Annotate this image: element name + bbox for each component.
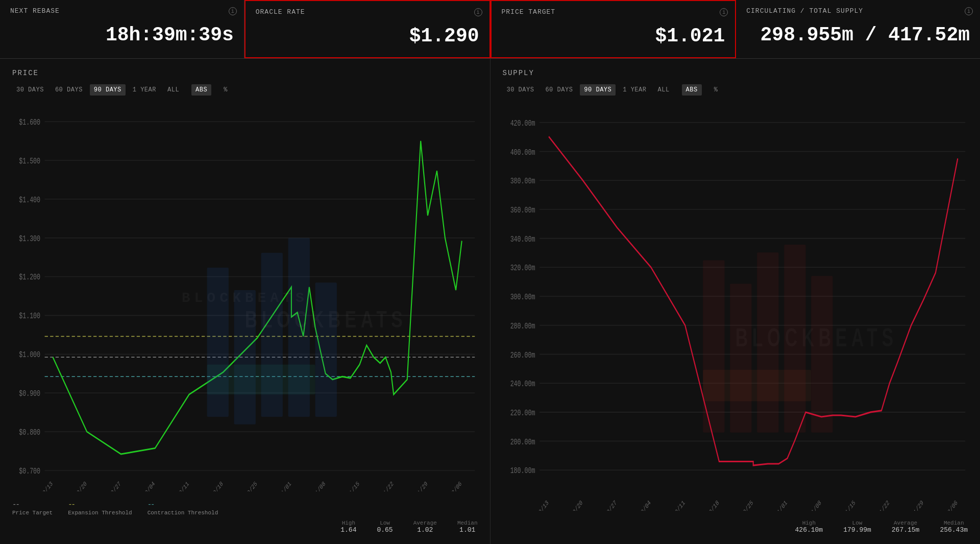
oracle-rate-card: ORACLE RATE $1.290 i — [244, 0, 491, 58]
next-rebase-value: 18h:39m:39s — [10, 19, 234, 46]
svg-text:$1.400: $1.400 — [19, 195, 40, 204]
oracle-rate-title: ORACLE RATE — [256, 8, 479, 16]
svg-text:2020/10/11: 2020/10/11 — [165, 480, 190, 491]
price-btn-60days[interactable]: 60 DAYS — [51, 84, 87, 96]
price-target-legend-label: Price Target — [12, 510, 53, 516]
svg-text:2020/09/27: 2020/09/27 — [97, 480, 122, 491]
price-stat-low-label: Low — [380, 520, 390, 526]
svg-text:2020/09/20: 2020/09/20 — [559, 499, 583, 511]
svg-text:2020/09/13: 2020/09/13 — [525, 499, 549, 511]
svg-text:320.00m: 320.00m — [510, 264, 535, 273]
svg-text:2020/11/22: 2020/11/22 — [866, 499, 890, 511]
svg-text:$1.600: $1.600 — [19, 117, 40, 127]
svg-rect-83 — [730, 284, 751, 433]
top-bar: NEXT REBASE 18h:39m:39s i ORACLE RATE $1… — [0, 0, 980, 59]
svg-text:$0.700: $0.700 — [19, 466, 40, 476]
supply-btn-all[interactable]: ALL — [653, 84, 673, 96]
supply-stat-average: Average 267.15m — [892, 520, 920, 534]
price-btn-pct[interactable]: % — [219, 84, 232, 96]
supply-stat-low: Low 179.99m — [843, 520, 871, 534]
oracle-rate-value: $1.290 — [256, 20, 479, 47]
price-btn-90days[interactable]: 90 DAYS — [90, 84, 126, 96]
price-stat-high-value: 1.64 — [340, 526, 356, 534]
svg-rect-82 — [703, 261, 724, 433]
svg-text:2020/11/08: 2020/11/08 — [302, 480, 326, 491]
supply-card: CIRCULATING / TOTAL SUPPLY 298.955m / 41… — [736, 0, 980, 58]
svg-text:2020/09/20: 2020/09/20 — [63, 480, 88, 491]
svg-text:BLOCKBEATS: BLOCKBEATS — [245, 306, 407, 333]
svg-text:300.00m: 300.00m — [510, 292, 535, 302]
svg-text:$1.500: $1.500 — [19, 156, 40, 165]
svg-text:220.00m: 220.00m — [510, 408, 535, 418]
svg-rect-40 — [315, 282, 337, 417]
svg-text:2020/11/01: 2020/11/01 — [764, 499, 788, 511]
price-chart-svg: $1.600 $1.500 $1.400 $1.300 $1.200 $1.10… — [12, 104, 478, 491]
svg-text:2020/11/01: 2020/11/01 — [268, 480, 292, 491]
supply-chart-svg: 420.00m 400.00m 380.00m 360.00m 340.00m … — [503, 104, 968, 511]
price-time-buttons: 30 DAYS 60 DAYS 90 DAYS 1 YEAR ALL ABS % — [12, 84, 478, 96]
price-stat-high: High 1.64 — [340, 520, 356, 534]
supply-btn-pct[interactable]: % — [710, 84, 722, 96]
svg-text:2020/10/18: 2020/10/18 — [200, 480, 224, 491]
svg-rect-87 — [703, 370, 811, 401]
svg-rect-41 — [207, 365, 315, 394]
expansion-dash-icon: -- — [68, 501, 75, 509]
svg-text:420.00m: 420.00m — [510, 119, 535, 128]
price-btn-all[interactable]: ALL — [163, 84, 183, 96]
supply-time-buttons: 30 DAYS 60 DAYS 90 DAYS 1 YEAR ALL ABS % — [503, 84, 968, 96]
svg-text:2020/10/18: 2020/10/18 — [695, 499, 720, 511]
svg-text:BLOCKBEATS: BLOCKBEATS — [735, 324, 897, 352]
supply-btn-1year[interactable]: 1 YEAR — [619, 84, 650, 96]
supply-stat-median-value: 256.43m — [940, 526, 968, 534]
svg-text:240.00m: 240.00m — [510, 379, 535, 389]
svg-text:2020/10/25: 2020/10/25 — [234, 480, 258, 491]
next-rebase-info-icon[interactable]: i — [229, 7, 237, 15]
svg-text:$0.800: $0.800 — [19, 428, 40, 437]
svg-text:2020/12/06: 2020/12/06 — [438, 480, 462, 491]
supply-btn-30days[interactable]: 30 DAYS — [503, 84, 538, 96]
price-btn-30days[interactable]: 30 DAYS — [12, 84, 48, 96]
svg-text:$1.000: $1.000 — [19, 350, 40, 360]
supply-line — [549, 136, 958, 465]
price-stats-row: High 1.64 Low 0.65 Average 1.02 Median 1… — [12, 520, 478, 534]
price-stat-median-value: 1.01 — [459, 526, 475, 534]
svg-text:2020/10/04: 2020/10/04 — [131, 480, 156, 491]
next-rebase-card: NEXT REBASE 18h:39m:39s i — [0, 0, 244, 58]
supply-btn-60days[interactable]: 60 DAYS — [541, 84, 577, 96]
supply-stat-high: High 426.10m — [795, 520, 823, 534]
supply-btn-abs[interactable]: ABS — [682, 84, 702, 96]
svg-text:380.00m: 380.00m — [510, 176, 535, 186]
svg-text:2020/11/22: 2020/11/22 — [370, 480, 395, 491]
supply-stat-low-value: 179.99m — [843, 526, 871, 534]
price-stat-average-label: Average — [413, 520, 437, 526]
price-target-dash-icon: -- — [12, 501, 19, 509]
price-btn-1year[interactable]: 1 YEAR — [129, 84, 160, 96]
contraction-legend-label: Contraction Threshold — [148, 510, 218, 516]
price-chart-area: BLOCKBEATS $1.600 $1.500 $1.400 $1.300 $… — [12, 104, 478, 491]
svg-text:200.00m: 200.00m — [510, 437, 535, 447]
svg-text:340.00m: 340.00m — [510, 234, 535, 244]
svg-text:180.00m: 180.00m — [510, 466, 535, 476]
supply-info-icon[interactable]: i — [965, 7, 973, 15]
price-stat-high-label: High — [342, 520, 355, 526]
price-panel: PRICE 30 DAYS 60 DAYS 90 DAYS 1 YEAR ALL… — [0, 59, 491, 544]
price-target-value: $1.021 — [502, 20, 725, 47]
price-btn-abs[interactable]: ABS — [191, 84, 211, 96]
supply-stat-high-value: 426.10m — [795, 526, 823, 534]
svg-text:2020/12/06: 2020/12/06 — [934, 499, 959, 511]
supply-stat-high-label: High — [802, 520, 816, 526]
svg-text:260.00m: 260.00m — [510, 350, 535, 360]
price-panel-title: PRICE — [12, 69, 478, 77]
price-target-info-icon[interactable]: i — [720, 8, 728, 16]
price-target-title: PRICE TARGET — [502, 8, 725, 16]
price-stat-average: Average 1.02 — [413, 520, 437, 534]
supply-stat-average-value: 267.15m — [892, 526, 920, 534]
supply-stat-median: Median 256.43m — [940, 520, 968, 534]
svg-text:$1.200: $1.200 — [19, 273, 40, 282]
supply-btn-90days[interactable]: 90 DAYS — [580, 84, 616, 96]
price-stat-median-label: Median — [457, 520, 478, 526]
svg-text:2020/09/27: 2020/09/27 — [593, 499, 618, 511]
svg-text:400.00m: 400.00m — [510, 148, 535, 157]
oracle-rate-info-icon[interactable]: i — [474, 8, 482, 16]
svg-text:2020/09/13: 2020/09/13 — [29, 480, 54, 491]
